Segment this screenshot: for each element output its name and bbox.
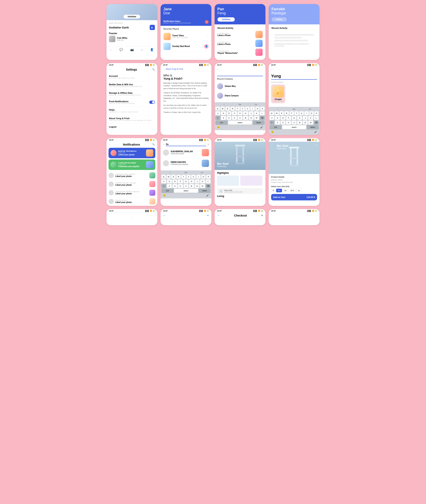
about-back-btn[interactable]: ← About Yung & Frish [163, 68, 183, 70]
key-U[interactable]: U [245, 107, 250, 111]
key-A[interactable]: A [215, 111, 220, 115]
contact-item-shawn[interactable]: Shawn Mey [217, 82, 263, 91]
key-S[interactable]: S [221, 111, 226, 115]
key-O-sa[interactable]: O [201, 175, 206, 179]
settings-storage[interactable]: Storage & Offline Data MANAGE YOUR DOWNL… [109, 90, 155, 98]
key-space-y[interactable]: space [282, 125, 306, 129]
key-Q-y[interactable]: Q [270, 111, 274, 115]
key-L-y[interactable]: L [314, 116, 319, 120]
key-Y-sa[interactable]: Y [186, 175, 191, 179]
search-sa-back[interactable]: ← [163, 143, 165, 146]
key-X-sa[interactable]: X [172, 184, 177, 188]
notif-item-garret[interactable]: GARRET KNIGHT 7 MIN AGO Liked your photo [108, 180, 155, 189]
key-K-y[interactable]: K [308, 116, 313, 120]
key-R-y[interactable]: R [284, 111, 289, 115]
size-btn-9-5[interactable]: 9.5 [276, 189, 282, 192]
key-K[interactable]: K [254, 111, 259, 115]
unfollow-button[interactable]: Unfollow [124, 15, 140, 19]
key-return[interactable]: return [253, 120, 265, 125]
key-S-y[interactable]: S [275, 116, 280, 120]
key-R-sa[interactable]: R [176, 175, 181, 179]
key-D-y[interactable]: D [281, 116, 285, 120]
pan-unfollow-button[interactable]: Unfollow [217, 17, 235, 21]
key-C-y[interactable]: C [286, 120, 291, 125]
home-nav-icon[interactable]: ⌂ [110, 48, 112, 51]
key-M-y[interactable]: M [308, 120, 313, 125]
key-K-sa[interactable]: K [200, 179, 205, 183]
key-J-sa[interactable]: J [195, 179, 199, 183]
key-return-sa[interactable]: return [199, 189, 211, 193]
key-N-y[interactable]: N [303, 120, 308, 125]
key-N-sa[interactable]: N [195, 184, 199, 188]
size-btn-10[interactable]: 10 [283, 189, 288, 192]
camera-nav-icon[interactable]: 📷 [130, 48, 134, 51]
key-V-y[interactable]: V [292, 120, 297, 125]
settings-logout[interactable]: Logout [109, 124, 155, 130]
search-icon-notif[interactable]: 🔍 [152, 143, 155, 146]
key-R[interactable]: R [230, 107, 235, 111]
key-E-y[interactable]: E [279, 111, 284, 115]
settings-faqs[interactable]: FAQs FREQUENTLY ASKED QUESTIONS › [109, 107, 155, 115]
key-I-sa[interactable]: I [196, 175, 201, 179]
farrokh-follow-button[interactable]: Follow [271, 17, 287, 21]
key-J-y[interactable]: J [303, 116, 308, 120]
yung-album-card[interactable]: 🍌 Shuggie YUNG & FRISH [271, 84, 285, 103]
key-Z-sa[interactable]: Z [167, 184, 172, 188]
key-Y[interactable]: Y [241, 107, 245, 111]
key-O[interactable]: O [255, 107, 260, 111]
key-G-sa[interactable]: G [184, 179, 188, 183]
search-result-hirini[interactable]: HIRINI HAKOPA Followed your playlist [163, 158, 209, 169]
search-back-btn[interactable]: ← [217, 68, 219, 70]
key-Z[interactable]: Z [221, 116, 226, 120]
key-U-y[interactable]: U [299, 111, 304, 115]
chat-nav-icon[interactable]: 💬 [119, 48, 123, 51]
push-notif-toggle[interactable] [149, 101, 155, 104]
key-T[interactable]: T [235, 107, 240, 111]
key-P-y[interactable]: P [314, 111, 319, 115]
key-T-y[interactable]: T [290, 111, 294, 115]
edit-icon[interactable]: ✏ [207, 214, 209, 217]
key-F-y[interactable]: F [286, 116, 291, 120]
key-E[interactable]: E [225, 107, 230, 111]
key-backspace-y[interactable]: ⌫ [314, 120, 319, 125]
key-C-sa[interactable]: C [178, 184, 183, 188]
key-V[interactable]: V [238, 116, 242, 120]
key-Y-y[interactable]: Y [294, 111, 299, 115]
product-back-btn[interactable]: ← [271, 144, 274, 147]
key-S-sa[interactable]: S [167, 179, 172, 183]
size-btn-11[interactable]: 11 [296, 189, 302, 192]
key-O-y[interactable]: O [309, 111, 314, 115]
settings-back-btn[interactable]: ← [109, 68, 111, 70]
size-btn-10-5[interactable]: 10.5 [289, 189, 296, 192]
key-A-sa[interactable]: A [161, 179, 166, 183]
key-V-sa[interactable]: V [184, 184, 188, 188]
track-action-travel[interactable]: − [207, 35, 209, 38]
mic-icon-y[interactable]: 🎤 [314, 131, 317, 133]
music-nav-icon[interactable]: ♪ [141, 48, 143, 51]
search-sa-clear[interactable]: ✕ [207, 143, 209, 146]
key-X-y[interactable]: X [281, 120, 285, 125]
settings-account[interactable]: Account ACCOUNT SETTINGS & LOGIN › [109, 73, 155, 81]
key-G-y[interactable]: G [292, 116, 297, 120]
key-Q[interactable]: Q [215, 107, 220, 111]
more-icon[interactable]: ··· [153, 37, 155, 40]
key-G[interactable]: G [238, 111, 242, 115]
key-W-y[interactable]: W [275, 111, 279, 115]
key-A-y[interactable]: A [270, 116, 274, 120]
key-space[interactable]: space [228, 120, 252, 125]
settings-push-notif[interactable]: Push-Notifications SET UP PUSH NOTIFICAT… [109, 98, 155, 107]
key-I[interactable]: I [250, 107, 255, 111]
add-to-cart-button[interactable]: Add to Cart 119.00 $ [271, 194, 317, 200]
key-E-sa[interactable]: E [171, 175, 176, 179]
key-Q-sa[interactable]: Q [161, 175, 166, 179]
search-input-contacts[interactable] [217, 72, 263, 76]
settings-mobile-data[interactable]: Mobile Data & Wifi Use SET YOUR STREAMIN… [109, 81, 155, 90]
key-M-sa[interactable]: M [200, 184, 205, 188]
notif-back-btn[interactable]: ← [109, 143, 111, 146]
key-T-sa[interactable]: T [181, 175, 186, 179]
key-H-y[interactable]: H [297, 116, 302, 120]
settings-about[interactable]: About Yung & Frish THE GUYS WHO CREATED … [109, 115, 155, 124]
key-B-y[interactable]: B [297, 120, 302, 125]
key-I-y[interactable]: I [304, 111, 309, 115]
cart-bar[interactable]: 🛒 Your Cart 3 ARTICLES IN YOUR CART [217, 188, 263, 194]
